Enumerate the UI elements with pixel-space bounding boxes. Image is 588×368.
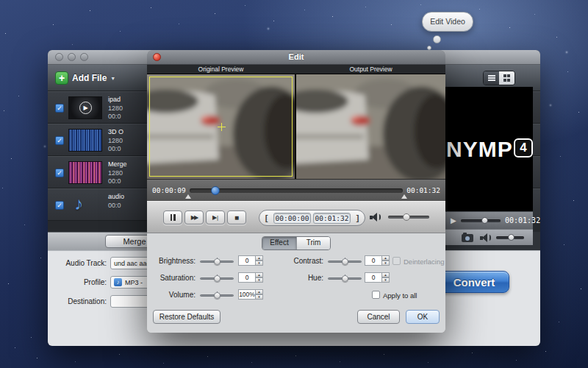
pause-button[interactable]: [163, 210, 182, 224]
audio-track-value: und aac aac: [114, 260, 150, 267]
minimize-traffic-light[interactable]: [68, 53, 76, 61]
tab-trim[interactable]: Trim: [296, 237, 330, 250]
edit-titlebar[interactable]: Edit: [147, 50, 445, 65]
brightness-slider[interactable]: [200, 261, 234, 263]
brightness-stepper[interactable]: 0 ▲▼: [238, 255, 263, 266]
main-volume-thumb[interactable]: [508, 234, 514, 241]
add-file-plus-icon: +: [55, 71, 68, 85]
play-icon[interactable]: ▶: [451, 216, 456, 224]
step-forward-button[interactable]: ▶|: [206, 210, 225, 224]
set-end-bracket-icon[interactable]: ]: [353, 213, 362, 224]
stepper-arrows-icon[interactable]: ▲▼: [382, 255, 390, 266]
effect-volume-value: 100%: [238, 289, 256, 300]
file-name: audio: [108, 193, 124, 202]
preview-videos: [147, 74, 445, 179]
plus-glyph: +: [59, 72, 65, 84]
fast-forward-button[interactable]: ▶▶: [184, 210, 204, 224]
output-preview-pane[interactable]: [296, 74, 445, 179]
add-file-button[interactable]: + Add File ▼: [55, 71, 115, 85]
volume-thumb[interactable]: [403, 213, 410, 221]
volume-icon[interactable]: [370, 213, 381, 222]
set-start-bracket-icon[interactable]: [: [262, 213, 271, 224]
original-preview-pane[interactable]: [147, 74, 295, 179]
hue-slider[interactable]: [328, 277, 362, 280]
close-button[interactable]: [153, 53, 161, 61]
trim-end-marker[interactable]: [401, 194, 407, 199]
edit-dialog: Edit Original Preview Output Preview: [147, 50, 445, 333]
contrast-stepper[interactable]: 0 ▲▼: [365, 255, 390, 266]
file-resolution: 1280: [108, 105, 123, 113]
effect-volume-slider[interactable]: [200, 294, 234, 297]
brightness-label: Brightness:: [148, 257, 196, 265]
bright-stars: [0, 0, 1, 1]
file-checkbox[interactable]: ✓: [55, 104, 64, 113]
profile-format-icon: ♪: [114, 278, 122, 286]
saturation-stepper[interactable]: 0 ▲▼: [238, 272, 263, 283]
speaker-icon[interactable]: [480, 233, 492, 242]
file-name: 3D O: [108, 128, 123, 137]
file-name: ipad: [108, 96, 123, 105]
convert-button[interactable]: Convert: [439, 271, 509, 293]
file-resolution: 1280: [108, 137, 123, 146]
start-time-field[interactable]: 00:00:00: [273, 213, 311, 224]
cancel-button[interactable]: Cancel: [357, 310, 400, 324]
snapshot-icon[interactable]: [462, 234, 473, 242]
preview-headers: Original Preview Output Preview: [147, 65, 445, 74]
contrast-slider[interactable]: [328, 261, 362, 263]
video-thumbnail: [68, 129, 102, 152]
file-name: Merge: [108, 160, 127, 169]
timeline-track[interactable]: [190, 188, 403, 193]
file-duration: 00:0: [108, 177, 127, 186]
file-resolution: 1280: [108, 169, 127, 178]
ok-button[interactable]: OK: [406, 310, 440, 324]
check-icon: ✓: [57, 202, 62, 209]
trim-start-marker[interactable]: [185, 194, 191, 199]
playback-controls: ▶▶ ▶| ■ [ 00:00:00 00:01:32 ]: [147, 201, 445, 233]
edit-video-tooltip: Edit Video: [422, 12, 473, 32]
saturation-value: 0: [238, 272, 256, 283]
add-file-label: Add File: [72, 73, 107, 83]
file-checkbox[interactable]: ✓: [55, 136, 64, 145]
saturation-label: Saturation:: [148, 274, 196, 282]
main-seek-thumb[interactable]: [481, 217, 488, 224]
deinterlacing-label: Deinterlacing: [404, 258, 444, 266]
stepper-arrows-icon[interactable]: ▲▼: [256, 272, 263, 283]
volume-label: Volume:: [148, 291, 196, 299]
stepper-arrows-icon[interactable]: ▲▼: [256, 289, 263, 300]
list-view-button[interactable]: [484, 71, 499, 85]
stepper-arrows-icon[interactable]: ▲▼: [256, 255, 263, 266]
main-volume-slider[interactable]: [496, 236, 524, 239]
file-checkbox[interactable]: ✓: [55, 201, 64, 210]
close-traffic-light[interactable]: [55, 53, 63, 61]
file-duration: 00:0: [108, 202, 124, 210]
car-frame-image: [296, 74, 445, 179]
timeline-thumb[interactable]: [211, 186, 220, 195]
file-checkbox[interactable]: ✓: [55, 169, 64, 177]
file-duration: 00:0: [108, 145, 123, 154]
zoom-traffic-light[interactable]: [80, 53, 88, 61]
current-time: 00:00:09: [152, 186, 186, 194]
effect-volume-stepper[interactable]: 100% ▲▼: [238, 289, 263, 300]
stop-button[interactable]: ■: [227, 210, 246, 224]
tab-effect[interactable]: Effect: [262, 237, 296, 250]
tooltip-tail-circle: [433, 35, 441, 43]
main-seek-slider[interactable]: [461, 219, 501, 222]
profile-label: Profile:: [48, 278, 107, 286]
music-note-icon: ♪: [74, 194, 83, 214]
apply-to-all-checkbox[interactable]: [372, 291, 380, 299]
stepper-arrows-icon[interactable]: ▲▼: [382, 272, 390, 283]
audio-track-label: Audio Track:: [48, 259, 107, 267]
check-icon: ✓: [57, 169, 62, 177]
end-time-field[interactable]: 00:01:32: [313, 213, 351, 224]
trim-time-group: [ 00:00:00 00:01:32 ]: [259, 210, 365, 226]
deinterlacing-checkbox: [392, 257, 401, 265]
hue-value: 0: [365, 272, 382, 283]
tab-bar: Effect Trim: [262, 236, 331, 250]
effect-panel: Effect Trim Brightness: 0 ▲▼ Contrast: 0…: [147, 233, 445, 333]
grid-view-button[interactable]: [499, 71, 514, 85]
hue-stepper[interactable]: 0 ▲▼: [365, 272, 390, 283]
saturation-slider[interactable]: [200, 277, 234, 280]
volume-slider[interactable]: [388, 216, 429, 219]
restore-defaults-button[interactable]: Restore Defaults: [153, 310, 220, 324]
check-icon: ✓: [57, 137, 62, 144]
